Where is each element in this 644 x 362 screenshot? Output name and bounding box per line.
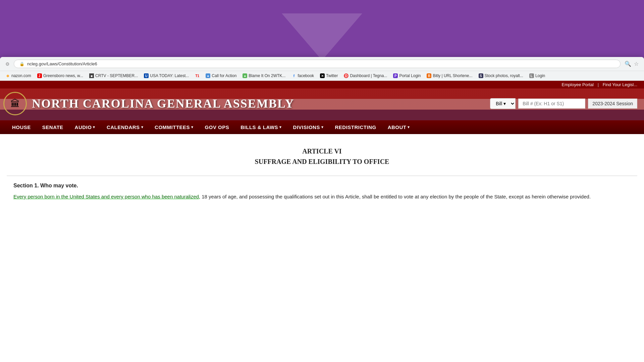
bookmark-label: facebook — [298, 73, 314, 78]
separator: | — [598, 82, 599, 87]
twitter-favicon: ✕ — [320, 73, 325, 78]
browser-settings-icon[interactable]: ⚙ — [5, 61, 10, 67]
ncga-title-area: North Carolina General Assembly — [27, 97, 490, 111]
section-heading: Section 1. Who may vote. — [7, 183, 637, 189]
highlighted-text: Every person born in the United States a… — [13, 194, 200, 199]
article-title: ARTICLE VI — [7, 147, 637, 155]
bookmark-blame[interactable]: ● Blame It On 2WTK... — [240, 72, 288, 79]
ncga-search-area: Bill ▾ 2023-2024 Session — [490, 98, 637, 109]
bitly-favicon: B — [427, 73, 431, 78]
bookmark-callforaction[interactable]: ● Call for Action — [203, 72, 239, 79]
employee-portal-link[interactable]: Employee Portal — [562, 82, 594, 87]
session-badge: 2023-2024 Session — [588, 99, 637, 109]
nav-house[interactable]: HOUSE — [7, 120, 36, 134]
bookmark-twitter[interactable]: ✕ Twitter — [317, 72, 340, 79]
lock-icon: 🔒 — [19, 62, 24, 66]
bookmark-label: nazon.com — [11, 73, 31, 78]
employee-bar: Employee Portal | Find Your Legisl... — [0, 81, 644, 88]
portal-favicon: P — [393, 73, 398, 78]
star-icon[interactable]: ☆ — [634, 61, 639, 67]
nav-senate[interactable]: SENATE — [37, 120, 69, 134]
bookmark-t1[interactable]: T1 — [192, 72, 202, 79]
login-favicon: L — [529, 73, 534, 78]
bookmark-amazon[interactable]: ⊕ nazon.com — [3, 72, 34, 79]
bookmark-label: USA TODAY: Latest... — [150, 73, 189, 78]
facebook-favicon: f — [291, 73, 296, 78]
browser-window: ⚙ 🔒 ncleg.gov/Laws/Constitution/Article6… — [0, 57, 644, 362]
section-text: Every person born in the United States a… — [7, 193, 637, 201]
usatoday-favicon: U — [144, 73, 149, 78]
bookmark-label: Login — [535, 73, 545, 78]
bookmark-label: Blame It On 2WTK... — [249, 73, 285, 78]
nav-audio[interactable]: AUDIO — [69, 120, 101, 134]
blame-favicon: ● — [243, 73, 247, 78]
bookmark-bitly[interactable]: B Bitly | URL Shortene... — [424, 72, 475, 79]
article-subtitle: SUFFRAGE AND ELIGIBILITY TO OFFICE — [7, 158, 637, 166]
ncga-content: ARTICLE VI SUFFRAGE AND ELIGIBILITY TO O… — [0, 134, 644, 235]
find-legislator-link[interactable]: Find Your Legisl... — [603, 82, 637, 87]
ncga-header: 🏛 North Carolina General Assembly Bill ▾… — [0, 88, 644, 120]
t1-favicon: T1 — [195, 73, 200, 78]
bookmark-greensboro[interactable]: 2 Greensboro news, w... — [35, 72, 86, 79]
dashboard-favicon: D — [344, 73, 348, 78]
nav-calendars[interactable]: CALENDARS — [101, 120, 149, 134]
bookmark-label: Portal Login — [399, 73, 421, 78]
nav-divisions[interactable]: DIVISIONS — [288, 120, 329, 134]
nav-bills-laws[interactable]: BILLS & LAWS — [235, 120, 287, 134]
bookmark-label: Stock photos, royalt... — [485, 73, 523, 78]
bookmark-crtv[interactable]: ■ CRTV - SEPTEMBER... — [87, 72, 141, 79]
bookmark-label: Dashboard | Tegna... — [350, 73, 387, 78]
bookmark-label: Bitly | URL Shortene... — [433, 73, 472, 78]
bookmark-dashboard[interactable]: D Dashboard | Tegna... — [341, 72, 390, 79]
bill-type-select[interactable]: Bill ▾ — [490, 98, 516, 109]
bookmark-stock[interactable]: S Stock photos, royalt... — [476, 72, 526, 79]
browser-chrome: ⚙ 🔒 ncleg.gov/Laws/Constitution/Article6… — [0, 57, 644, 71]
address-bar[interactable]: 🔒 ncleg.gov/Laws/Constitution/Article6 — [14, 60, 621, 68]
address-text: ncleg.gov/Laws/Constitution/Article6 — [27, 61, 97, 66]
bookmark-label: Call for Action — [212, 73, 236, 78]
nav-govops[interactable]: GOV OPS — [200, 120, 235, 134]
ncga-seal: 🏛 — [3, 92, 27, 115]
content-divider — [7, 176, 637, 176]
ncga-title[interactable]: North Carolina General Assembly — [32, 97, 490, 111]
nav-about[interactable]: ABOUT — [382, 120, 415, 134]
seal-icon: 🏛 — [10, 98, 20, 109]
callforaction-favicon: ● — [206, 73, 210, 78]
bookmark-facebook[interactable]: f facebook — [289, 72, 317, 79]
ncga-website: Employee Portal | Find Your Legisl... 🏛 … — [0, 81, 644, 362]
bookmark-label: Twitter — [326, 73, 338, 78]
bookmark-label: Greensboro news, w... — [43, 73, 83, 78]
nav-committees[interactable]: COMMITTEES — [149, 120, 199, 134]
crtv-favicon: ■ — [89, 73, 94, 78]
bill-number-input[interactable] — [518, 99, 585, 109]
bookmark-usatoday[interactable]: U USA TODAY: Latest... — [141, 72, 192, 79]
bookmark-login[interactable]: L Login — [527, 72, 548, 79]
bookmarks-bar: ⊕ nazon.com 2 Greensboro news, w... ■ CR… — [0, 71, 644, 81]
body-text: 18 years of age, and possessing the qual… — [200, 194, 591, 199]
ncga-navigation: HOUSE SENATE AUDIO CALENDARS COMMITTEES … — [0, 120, 644, 134]
bookmark-portal[interactable]: P Portal Login — [390, 72, 423, 79]
stock-favicon: S — [479, 73, 483, 78]
amazon-favicon: ⊕ — [5, 73, 10, 78]
search-icon[interactable]: 🔍 — [625, 61, 631, 67]
bookmark-label: CRTV - SEPTEMBER... — [95, 73, 138, 78]
greensboro-favicon: 2 — [37, 73, 42, 78]
nav-redistricting[interactable]: REDISTRICTING — [329, 120, 381, 134]
